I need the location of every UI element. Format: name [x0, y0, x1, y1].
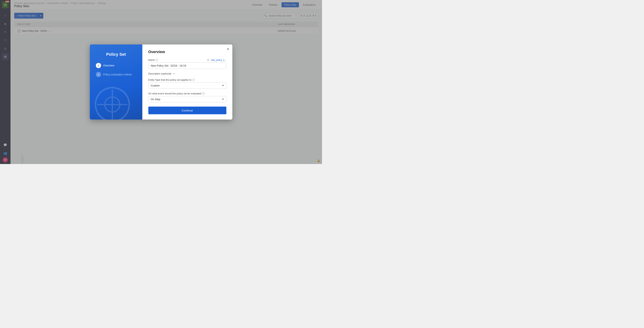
event-select[interactable]: On Step On Save On Run [148, 96, 226, 103]
step-1-label[interactable]: Overview [103, 64, 114, 67]
modal-step-1: 1 Overview [96, 63, 136, 68]
event-label: On what event should the policy set be e… [148, 92, 226, 95]
modal: Policy Set 1 Overview 2 Policy evaluatio… [90, 45, 232, 120]
modal-content: ✕ Overview Name i Id : new_policy_s... D… [142, 45, 232, 120]
modal-bg-decoration [94, 86, 131, 120]
description-label: Description (optional) ✏ [148, 72, 226, 75]
entity-label: Entity Type that this policy set applies… [148, 79, 226, 81]
entity-type-select[interactable]: Custom Pipeline Stage Step [148, 82, 226, 89]
id-label: Id : new_policy_s... [207, 59, 226, 61]
step-2-circle: 2 [96, 72, 101, 77]
name-info-icon[interactable]: i [156, 59, 158, 61]
modal-close-button[interactable]: ✕ [226, 48, 229, 51]
name-label: Name i [148, 59, 158, 61]
id-link[interactable]: new_policy_s... [211, 59, 226, 61]
step-1-circle: 1 [96, 63, 101, 68]
entity-info-icon[interactable]: i [192, 79, 195, 81]
event-info-icon[interactable]: i [202, 92, 205, 95]
edit-icon[interactable]: ✏ [173, 73, 175, 75]
modal-title: Overview [148, 50, 226, 54]
modal-sidebar-title: Policy Set [96, 52, 136, 57]
modal-overlay: Policy Set 1 Overview 2 Policy evaluatio… [0, 0, 322, 164]
name-row-header: Name i Id : new_policy_s... [148, 59, 226, 61]
name-input[interactable] [148, 63, 226, 69]
modal-step-2: 2 Policy evaluation criteria [96, 72, 136, 77]
modal-sidebar: Policy Set 1 Overview 2 Policy evaluatio… [90, 45, 142, 120]
step-2-label[interactable]: Policy evaluation criteria [103, 73, 132, 76]
continue-button[interactable]: Continue [148, 107, 226, 114]
